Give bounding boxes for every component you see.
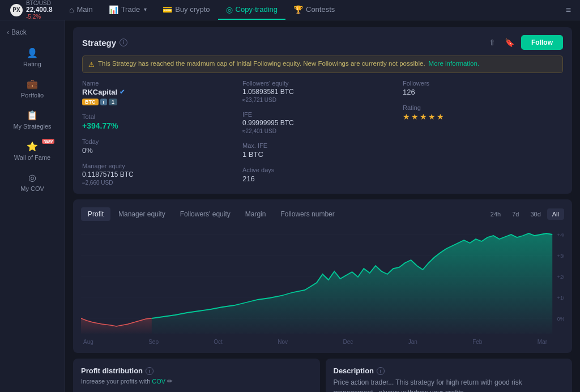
rating-stars: ★★★★★ [403, 112, 563, 121]
ife-label: IFE [242, 111, 403, 118]
back-arrow-icon: ‹ [7, 28, 9, 36]
description-title-row: Description i [334, 367, 565, 375]
nav-item-trade[interactable]: 📊 Trade ▾ [101, 0, 155, 20]
sidebar-label-wall-of-fame: Wall of Fame [14, 154, 50, 161]
followers-equity-btc: 1.05893581 BTC [242, 88, 403, 96]
sidebar-label-portfolio: Portfolio [21, 92, 44, 99]
active-days-value: 216 [242, 174, 403, 183]
bookmark-button[interactable]: 🔖 [502, 36, 517, 49]
follow-button[interactable]: Follow [521, 35, 563, 50]
sidebar-item-portfolio[interactable]: 💼 Portfolio [0, 73, 65, 104]
strategy-info-icon[interactable]: i [120, 39, 127, 46]
time-tab-24h[interactable]: 24h [485, 208, 506, 220]
strategy-actions: ⇧ 🔖 Follow [487, 35, 563, 50]
sidebar-item-rating[interactable]: 👤 Rating [0, 42, 65, 73]
description-card: Description i Price action trader... Thi… [326, 359, 573, 392]
time-tab-7d[interactable]: 7d [507, 208, 524, 220]
strategy-name-value-container: RKCapital ✔ BTC i 1 [82, 88, 242, 105]
strategy-col-3: Followers 126 Rating ★★★★★ [403, 80, 563, 186]
sidebar-label-my-strategies: My Strategies [13, 123, 51, 130]
badge-btc: BTC [82, 99, 99, 105]
active-days-item: Active days 216 [242, 167, 403, 183]
nav-label-buy-crypto: Buy crypto [175, 5, 210, 14]
manager-equity-usd: ≈2,660 USD [82, 180, 242, 186]
nav-item-buy-crypto[interactable]: 💳 Buy crypto [155, 0, 218, 20]
strategy-col-1: Name RKCapital ✔ BTC i 1 [82, 80, 242, 186]
chart-tab-followers-equity[interactable]: Followers' equity [173, 207, 237, 221]
chart-tabs-row: Profit Manager equity Followers' equity … [81, 207, 564, 221]
chart-tab-profit[interactable]: Profit [81, 207, 110, 221]
x-label-mar: Mar [538, 339, 547, 345]
sidebar-item-my-strategies[interactable]: 📋 My Strategies [0, 104, 65, 135]
manager-equity-btc: 0.11875715 BTC [82, 171, 242, 178]
svg-text:0%: 0% [557, 316, 564, 322]
profit-distribution-title: Profit distribution [81, 367, 143, 375]
main-layout: ‹ Back 👤 Rating 💼 Portfolio 📋 My Strateg… [0, 20, 580, 392]
brand-price-value: 22,400.8 [26, 6, 53, 14]
followers-label: Followers [403, 80, 563, 87]
profit-chart: +400% +300% +200% +100% 0% [81, 229, 564, 336]
brand-price-container: BTC/USD 22,400.8 -5.2% [26, 0, 53, 20]
x-label-nov: Nov [278, 339, 288, 345]
sidebar-item-wall-of-fame[interactable]: NEW ⭐ Wall of Fame [0, 135, 65, 167]
chart-card: Profit Manager equity Followers' equity … [73, 199, 572, 353]
card-icon: 💳 [163, 5, 172, 14]
brand-icon: PX [10, 4, 23, 16]
x-label-aug: Aug [83, 339, 93, 345]
name-text: RKCapital [82, 88, 117, 96]
menu-icon[interactable]: ≡ [566, 5, 571, 15]
back-button[interactable]: ‹ Back [0, 25, 65, 42]
max-ife-label: Max. IFE [242, 142, 403, 149]
today-value: 0% [82, 146, 242, 155]
today-item: Today 0% [82, 138, 242, 155]
user-icon: 👤 [27, 48, 38, 58]
description-title: Description [334, 367, 374, 375]
bottom-row: Profit distribution i Increase your prof… [73, 359, 572, 392]
nav-label-trade: Trade [121, 5, 140, 14]
svg-text:+100%: +100% [557, 295, 564, 301]
cov-icon: ◎ [28, 172, 36, 183]
time-tabs: 24h 7d 30d All [485, 208, 564, 220]
followers-equity-usd: ≈23,721 USD [242, 97, 403, 103]
nav-item-contests[interactable]: 🏆 Contests [285, 0, 343, 20]
sidebar: ‹ Back 👤 Rating 💼 Portfolio 📋 My Strateg… [0, 20, 65, 392]
chart-tab-followers-number[interactable]: Followers number [274, 207, 341, 221]
x-label-dec: Dec [343, 339, 353, 345]
strategy-info-grid: Name RKCapital ✔ BTC i 1 [82, 80, 563, 186]
time-tab-all[interactable]: All [547, 208, 564, 220]
active-days-label: Active days [242, 167, 403, 173]
strategies-icon: 📋 [27, 110, 38, 121]
rating-label: Rating [403, 104, 563, 111]
share-button[interactable]: ⇧ [487, 36, 498, 49]
chart-x-labels: Aug Sep Oct Nov Dec Jan Feb Mar [81, 336, 564, 345]
strategy-col-2: Followers' equity 1.05893581 BTC ≈23,721… [242, 80, 403, 186]
chart-tab-margin[interactable]: Margin [238, 207, 273, 221]
home-icon: ⌂ [69, 5, 74, 14]
time-tab-30d[interactable]: 30d [525, 208, 545, 220]
chart-tab-manager-equity[interactable]: Manager equity [112, 207, 172, 221]
badge-i: i [100, 99, 108, 105]
total-item: Total +394.77% [82, 113, 242, 130]
back-label: Back [11, 28, 27, 36]
sidebar-item-my-cov[interactable]: ◎ My COV [0, 167, 65, 198]
nav-item-copy-trading[interactable]: ◎ Copy-trading [218, 0, 285, 20]
profit-dist-info-icon[interactable]: i [146, 367, 153, 375]
verified-icon: ✔ [120, 88, 125, 96]
nav-item-main[interactable]: ⌂ Main [61, 0, 101, 20]
top-navigation: PX BTC/USD 22,400.8 -5.2% ⌂ Main 📊 Trade… [0, 0, 580, 20]
description-info-icon[interactable]: i [377, 367, 385, 375]
brand-price-change: -5.2% [26, 14, 53, 20]
chevron-down-icon: ▾ [144, 6, 147, 12]
name-label: Name [82, 80, 242, 87]
manager-equity-item: Manager equity 0.11875715 BTC ≈2,660 USD [82, 163, 242, 186]
nav-label-main: Main [76, 5, 92, 14]
chart-icon: 📊 [109, 5, 118, 14]
nav-items-container: ⌂ Main 📊 Trade ▾ 💳 Buy crypto ◎ Copy-tra… [61, 0, 566, 20]
description-text: Price action trader... This strategy for… [334, 377, 565, 392]
profit-distribution-card: Profit distribution i Increase your prof… [73, 359, 320, 392]
ife-item: IFE 0.99999995 BTC ≈22,401 USD [242, 111, 403, 134]
sidebar-label-rating: Rating [23, 61, 41, 67]
alert-link[interactable]: More information. [429, 60, 479, 67]
cov-link[interactable]: COV [152, 378, 165, 385]
nav-right: ≡ [566, 5, 575, 15]
